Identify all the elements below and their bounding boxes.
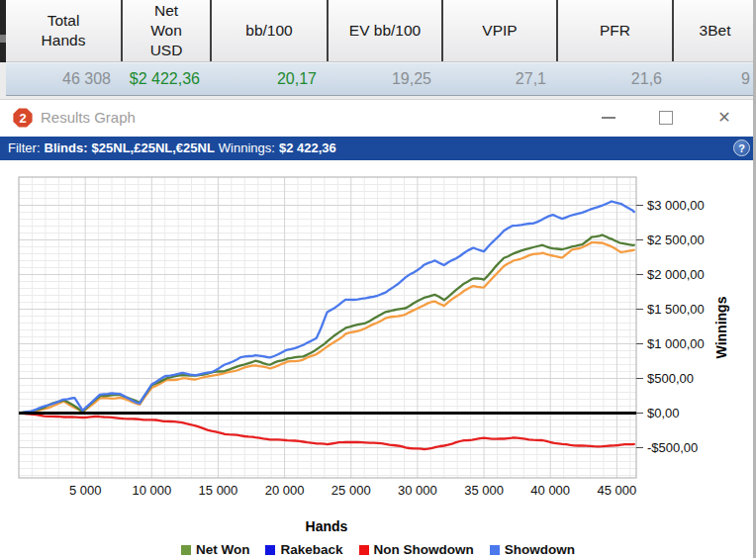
close-icon: ✕	[717, 110, 730, 126]
blinds-label: Blinds:	[45, 140, 88, 155]
legend-item-rakeback: Rakeback	[265, 542, 342, 557]
stats-value-row[interactable]: 46 308$2 422,3620,1719,2527,121,69	[6, 62, 756, 96]
close-button[interactable]: ✕	[708, 104, 741, 132]
y-tick-label: $500,00	[647, 371, 694, 386]
series-line-net-won	[19, 235, 634, 414]
x-tick-label: 35 000	[464, 483, 504, 498]
legend-label: Rakeback	[280, 542, 342, 557]
app-icon-digit: 2	[19, 111, 26, 126]
hm2-app-icon: 2	[13, 108, 33, 128]
column-header-bb-100[interactable]: bb/100	[210, 0, 327, 61]
legend-item-net-won: Net Won	[181, 542, 250, 557]
legend-swatch-icon	[181, 545, 191, 555]
stat-value-total-hands: 46 308	[6, 63, 121, 95]
legend-swatch-icon	[359, 545, 369, 555]
stat-value-pfr: 21,6	[556, 63, 672, 95]
x-tick-label: 25 000	[331, 483, 371, 498]
maximize-button[interactable]	[649, 104, 683, 132]
x-tick-label: 5 000	[69, 483, 102, 498]
column-header-vpip[interactable]: VPIP	[441, 0, 556, 61]
legend-item-showdown: Showdown	[490, 542, 575, 557]
winnings-chart: -$500,00$0,00$500,00$1 000,00$1 500,00$2…	[0, 160, 756, 558]
x-tick-label: 10 000	[132, 483, 171, 498]
legend-swatch-icon	[265, 545, 275, 555]
chart-legend: Net WonRakebackNon ShowdownShowdown	[0, 542, 756, 557]
maximize-icon	[659, 111, 673, 125]
window-titlebar[interactable]: 2 Results Graph ✕	[0, 100, 756, 137]
minimize-button[interactable]	[592, 104, 625, 132]
y-tick-label: -$500,00	[647, 440, 698, 455]
series-line-non-showdown	[19, 414, 634, 450]
help-icon: ?	[738, 142, 745, 154]
stat-value-vpip: 27,1	[441, 63, 556, 95]
blinds-value: $25NL,£25NL,€25NL	[92, 140, 215, 155]
stat-value-bb-100: 20,17	[210, 63, 327, 95]
x-tick-label: 20 000	[265, 483, 305, 498]
column-header-total-hands[interactable]: Total Hands	[6, 0, 121, 61]
stat-value-3bet: 9	[672, 63, 756, 95]
y-tick-label: $1 000,00	[647, 336, 705, 351]
x-axis-title: Hands	[306, 518, 348, 534]
x-tick-label: 40 000	[530, 483, 570, 498]
y-tick-label: $1 500,00	[647, 302, 705, 317]
stat-value-net-won-usd: $2 422,36	[121, 63, 210, 95]
legend-item-non-showdown: Non Showdown	[359, 542, 474, 557]
y-tick-label: $0,00	[647, 406, 680, 420]
y-tick-label: $2 000,00	[647, 267, 705, 282]
legend-label: Net Won	[196, 542, 250, 557]
y-tick-label: $3 000,00	[647, 198, 705, 213]
help-button[interactable]: ?	[733, 140, 750, 156]
column-header-ev-bb-100[interactable]: EV bb/100	[327, 0, 441, 61]
column-header-pfr[interactable]: PFR	[556, 0, 672, 61]
column-header-3bet[interactable]: 3Bet	[672, 0, 756, 61]
stat-value-ev-bb-100: 19,25	[327, 63, 441, 95]
x-tick-label: 30 000	[398, 483, 437, 498]
filter-label: Filter:	[8, 140, 41, 155]
y-tick-label: $2 500,00	[647, 232, 705, 247]
x-tick-label: 15 000	[199, 483, 238, 498]
legend-label: Non Showdown	[374, 542, 474, 557]
window-title: Results Graph	[41, 109, 136, 126]
column-header-net-won-usd[interactable]: Net Won USD	[121, 0, 210, 61]
legend-swatch-icon	[490, 545, 500, 555]
minimize-icon	[602, 117, 615, 119]
winnings-value: $2 422,36	[279, 140, 336, 155]
winnings-label: Winnings:	[219, 140, 275, 155]
results-graph-window: 2 Results Graph ✕ Filter:Blinds:$25NL,£2…	[0, 99, 756, 558]
y-axis-title: Winnings	[713, 296, 729, 358]
filter-bar: Filter:Blinds:$25NL,£25NL,€25NLWinnings:…	[0, 137, 756, 160]
stats-header-row: Total HandsNet Won USDbb/100EV bb/100VPI…	[6, 0, 756, 62]
legend-label: Showdown	[505, 542, 575, 557]
x-tick-label: 45 000	[597, 483, 636, 498]
